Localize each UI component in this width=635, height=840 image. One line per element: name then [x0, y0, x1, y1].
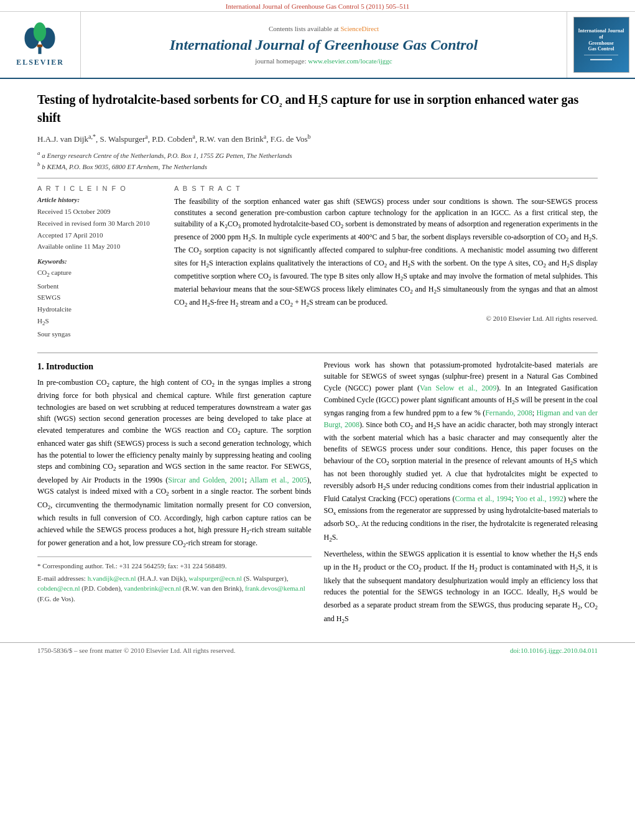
- footnote-emails: E-mail addresses: h.vandijk@ecn.nl (H.A.…: [37, 573, 312, 604]
- intro-para2: Previous work has shown that potassium-p…: [324, 359, 598, 545]
- introduction-title: 1. Introduction: [37, 362, 312, 372]
- article-header-section: Testing of hydrotalcite-based sorbents f…: [0, 79, 635, 353]
- homepage-label: journal homepage:: [255, 57, 306, 65]
- email1[interactable]: h.vandijk@ecn.nl: [88, 575, 136, 582]
- svg-point-3: [34, 22, 46, 41]
- cover-decoration: ▬▬▬▬▬: [590, 57, 612, 62]
- journal-title: International Journal of Greenhouse Gas …: [170, 36, 478, 54]
- intro-para3: Nevertheless, within the SEWGS applicati…: [324, 548, 598, 626]
- available-date: Available online 11 May 2010: [37, 242, 120, 250]
- article-info-header: A R T I C L E I N F O: [37, 185, 162, 192]
- svg-rect-4: [37, 45, 42, 47]
- body-two-column: 1. Introduction In pre-combustion CO2 ca…: [37, 359, 598, 630]
- contents-label: Contents lists available at: [269, 25, 339, 32]
- email-label: E-mail addresses:: [37, 575, 86, 582]
- journal-citation: International Journal of Greenhouse Gas …: [0, 0, 635, 12]
- elsevier-logo: ELSEVIER: [16, 22, 64, 67]
- sciencedirect-line: Contents lists available at ScienceDirec…: [269, 25, 379, 32]
- ref-yoo[interactable]: Yoo et al., 1992: [516, 494, 563, 503]
- ref-fernando[interactable]: Fernando, 2008: [485, 408, 532, 417]
- email2[interactable]: walspurger@ecn.nl: [189, 575, 242, 582]
- abstract-text: The feasibility of the sorption enhanced…: [174, 196, 598, 309]
- body-content: 1. Introduction In pre-combustion CO2 ca…: [0, 353, 635, 642]
- section-name: Introduction: [46, 362, 93, 371]
- footer: 1750-5836/$ – see front matter © 2010 El…: [0, 642, 635, 658]
- affiliation-b: b KEMA, P.O. Box 9035, 6800 ET Arnhem, T…: [42, 163, 207, 170]
- journal-header: ELSEVIER Contents lists available at Sci…: [0, 12, 635, 79]
- svg-rect-0: [39, 46, 42, 54]
- citation-text: International Journal of Greenhouse Gas …: [226, 2, 410, 10]
- article-info-column: A R T I C L E I N F O Article history: R…: [37, 185, 162, 339]
- received-date: Received 15 October 2009: [37, 208, 111, 215]
- ref-sircar[interactable]: Sircar and Golden, 2001: [168, 476, 244, 484]
- intro-para1: In pre-combustion CO2 capture, the high …: [37, 377, 312, 550]
- elsevier-tree-icon: [18, 22, 62, 57]
- copyright: © 2010 Elsevier Ltd. All rights reserved…: [174, 315, 598, 322]
- email5[interactable]: frank.devos@kema.nl: [245, 584, 305, 592]
- affiliation-a: a Energy research Centre of the Netherla…: [42, 152, 292, 159]
- elsevier-logo-section: ELSEVIER: [0, 12, 81, 78]
- journal-cover-image: International Journal ofGreenhouseGas Co…: [573, 17, 629, 73]
- sciencedirect-link[interactable]: ScienceDirect: [340, 25, 379, 32]
- affiliations: a a Energy research Centre of the Nether…: [37, 149, 598, 172]
- ref-higman[interactable]: Higman and van der Burgt, 2008: [324, 408, 598, 429]
- revised-date: Received in revised form 30 March 2010: [37, 219, 150, 227]
- ref-corma[interactable]: Corma et al., 1994: [455, 494, 512, 503]
- footer-doi[interactable]: doi:10.1016/j.ijggc.2010.04.011: [510, 647, 598, 654]
- history-label: Article history:: [37, 196, 162, 203]
- footer-issn: 1750-5836/$ – see front matter © 2010 El…: [37, 647, 235, 654]
- author-list: H.A.J. van Dijka,*, S. Walspurgera, P.D.…: [37, 133, 598, 144]
- keywords-list: CO2 capture Sorbent SEWGS Hydrotalcite H…: [37, 267, 162, 340]
- page: International Journal of Greenhouse Gas …: [0, 0, 635, 840]
- article-info-abstract: A R T I C L E I N F O Article history: R…: [37, 185, 598, 339]
- article-dates: Received 15 October 2009 Received in rev…: [37, 206, 162, 252]
- body-right-column: Previous work has shown that potassium-p…: [324, 359, 598, 630]
- homepage-url[interactable]: www.elsevier.com/locate/ijggc: [308, 57, 392, 65]
- accepted-date: Accepted 17 April 2010: [37, 231, 103, 239]
- email4[interactable]: vandenbrink@ecn.nl: [124, 584, 181, 592]
- email3[interactable]: cobden@ecn.nl: [37, 584, 80, 592]
- footnote-corresponding: * Corresponding author. Tel.: +31 224 56…: [37, 561, 312, 571]
- keywords-label: Keywords:: [37, 257, 162, 265]
- abstract-header: A B S T R A C T: [174, 185, 598, 192]
- ref-vanselow[interactable]: Van Selow et al., 2009: [420, 384, 496, 392]
- journal-info-center: Contents lists available at ScienceDirec…: [81, 12, 567, 78]
- elsevier-wordmark: ELSEVIER: [16, 58, 64, 67]
- abstract-column: A B S T R A C T The feasibility of the s…: [174, 185, 598, 339]
- journal-cover-section: International Journal ofGreenhouseGas Co…: [567, 12, 635, 78]
- cover-title: International Journal ofGreenhouseGas Co…: [577, 28, 626, 52]
- section-number: 1.: [37, 362, 44, 371]
- divider-1: [37, 178, 598, 178]
- body-left-column: 1. Introduction In pre-combustion CO2 ca…: [37, 359, 312, 630]
- article-title: Testing of hydrotalcite-based sorbents f…: [37, 91, 598, 126]
- footnotes-section: * Corresponding author. Tel.: +31 224 56…: [37, 556, 312, 604]
- ref-allam[interactable]: Allam et al., 2005: [249, 476, 307, 484]
- journal-homepage: journal homepage: www.elsevier.com/locat…: [255, 57, 392, 65]
